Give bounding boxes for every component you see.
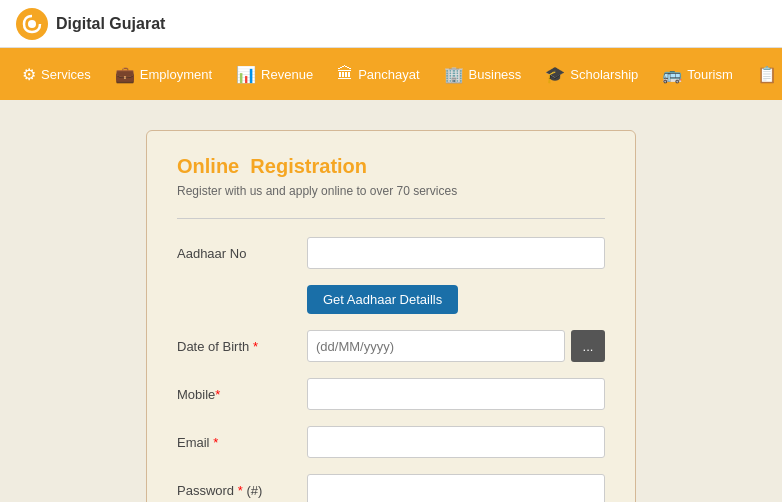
business-icon: 🏢 bbox=[444, 65, 464, 84]
mobile-required: * bbox=[215, 387, 220, 402]
form-title-highlight: Registration bbox=[250, 155, 367, 177]
aadhaar-label: Aadhaar No bbox=[177, 246, 307, 261]
email-label: Email * bbox=[177, 435, 307, 450]
nav-item-business[interactable]: 🏢 Business bbox=[432, 48, 534, 100]
tourism-icon: 🚌 bbox=[662, 65, 682, 84]
services-icon: ⚙ bbox=[22, 65, 36, 84]
nav-label-tourism: Tourism bbox=[687, 67, 733, 82]
nav-label-business: Business bbox=[469, 67, 522, 82]
employment-icon: 💼 bbox=[115, 65, 135, 84]
password-row: Password * (#) bbox=[177, 474, 605, 502]
aadhaar-input[interactable] bbox=[307, 237, 605, 269]
logo-text: Digital Gujarat bbox=[56, 15, 165, 33]
form-title: Online Registration bbox=[177, 155, 605, 178]
nav-item-scholarship[interactable]: 🎓 Scholarship bbox=[533, 48, 650, 100]
password-input[interactable] bbox=[307, 474, 605, 502]
get-aadhaar-button[interactable]: Get Aadhaar Detaills bbox=[307, 285, 458, 314]
email-row: Email * bbox=[177, 426, 605, 458]
mobile-label: Mobile* bbox=[177, 387, 307, 402]
form-divider bbox=[177, 218, 605, 219]
nav-label-revenue: Revenue bbox=[261, 67, 313, 82]
contact-icon: 📋 bbox=[757, 65, 777, 84]
scholarship-icon: 🎓 bbox=[545, 65, 565, 84]
form-title-plain: Online bbox=[177, 155, 239, 177]
nav-item-panchayat[interactable]: 🏛 Panchayat bbox=[325, 48, 431, 100]
nav-label-panchayat: Panchayat bbox=[358, 67, 419, 82]
aadhaar-row: Aadhaar No bbox=[177, 237, 605, 269]
nav-label-employment: Employment bbox=[140, 67, 212, 82]
nav-label-scholarship: Scholarship bbox=[570, 67, 638, 82]
logo-icon bbox=[16, 8, 48, 40]
nav-item-employment[interactable]: 💼 Employment bbox=[103, 48, 224, 100]
calendar-button[interactable]: ... bbox=[571, 330, 605, 362]
nav-item-revenue[interactable]: 📊 Revenue bbox=[224, 48, 325, 100]
nav-label-services: Services bbox=[41, 67, 91, 82]
registration-form-card: Online Registration Register with us and… bbox=[146, 130, 636, 502]
navbar: ⚙ Services 💼 Employment 📊 Revenue 🏛 Panc… bbox=[0, 48, 782, 100]
nav-item-services[interactable]: ⚙ Services bbox=[10, 48, 103, 100]
revenue-icon: 📊 bbox=[236, 65, 256, 84]
dob-input[interactable] bbox=[307, 330, 565, 362]
nav-item-tourism[interactable]: 🚌 Tourism bbox=[650, 48, 745, 100]
mobile-row: Mobile* bbox=[177, 378, 605, 410]
svg-point-1 bbox=[28, 20, 36, 28]
email-required: * bbox=[213, 435, 218, 450]
nav-item-contact[interactable]: 📋 Contact bbox=[745, 48, 782, 100]
main-content: Online Registration Register with us and… bbox=[0, 100, 782, 502]
password-hint: (#) bbox=[246, 483, 262, 498]
password-label: Password * (#) bbox=[177, 483, 307, 498]
email-input[interactable] bbox=[307, 426, 605, 458]
panchayat-icon: 🏛 bbox=[337, 65, 353, 83]
form-subtitle: Register with us and apply online to ove… bbox=[177, 184, 605, 198]
mobile-input[interactable] bbox=[307, 378, 605, 410]
dob-label: Date of Birth * bbox=[177, 339, 307, 354]
password-required: * bbox=[238, 483, 243, 498]
logo-area: Digital Gujarat bbox=[16, 8, 165, 40]
header: Digital Gujarat bbox=[0, 0, 782, 48]
dob-required: * bbox=[253, 339, 258, 354]
dob-row: Date of Birth * ... bbox=[177, 330, 605, 362]
